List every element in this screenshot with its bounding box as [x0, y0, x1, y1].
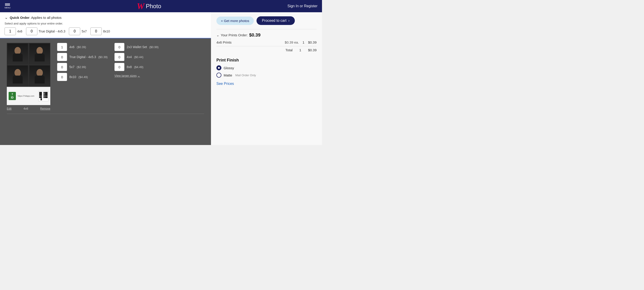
edit-link[interactable]: Edit: [7, 107, 12, 110]
person-head-3: [14, 69, 21, 76]
size-name-digital: True Digital - 4x5.3: [69, 55, 96, 59]
right-top-buttons: + Get more photos Proceed to cart ›: [216, 16, 316, 25]
quick-order-bar: ⌄ Quick Order: Applies to all photos Sel…: [0, 12, 211, 38]
photo-placeholder-2: [30, 44, 50, 64]
photo-grid: [7, 43, 50, 86]
size-options-right: 2x3 Wallet Set ($0.99) 4x4 ($0.44) 8x8 (…: [114, 43, 158, 77]
logo: W Photo: [137, 1, 161, 11]
sign-in-link[interactable]: Sign In or Register: [287, 4, 318, 8]
size-name-wallet: 2x3 Wallet Set: [127, 45, 147, 49]
size-option-4x4: 4x4 ($0.44): [114, 53, 158, 61]
total-label: Total: [285, 48, 292, 52]
quick-order-bold: Quick Order: [10, 16, 30, 20]
size-qty-5x7[interactable]: [57, 63, 67, 71]
order-line-qty: 1: [302, 40, 304, 44]
size-name-8x8: 8x8: [127, 65, 132, 69]
size-qty-4x4[interactable]: [114, 53, 124, 61]
proceed-to-cart-button[interactable]: Proceed to cart ›: [256, 16, 295, 25]
glossy-label: Glossy: [224, 66, 234, 70]
size-options-left: 4x6 ($0.39) True Digital - 4x5.3 ($0.39)…: [57, 43, 108, 81]
photo-cell-4: [29, 65, 50, 86]
photo-divider: [7, 114, 204, 114]
person-silhouette-4: [33, 69, 46, 86]
view-larger-sizes[interactable]: View larger sizes ⌄: [114, 74, 158, 77]
size-option-4x6: 4x6 ($0.39): [57, 43, 108, 51]
menu-button[interactable]: MENU: [4, 4, 11, 9]
person-head: [14, 47, 21, 54]
size-qty-wallet[interactable]: [114, 43, 124, 51]
person-silhouette-2: [33, 47, 46, 64]
qty-input-5x7[interactable]: [69, 28, 80, 35]
photo-cell-2: [29, 43, 50, 64]
size-name-5x7: 5x7: [69, 65, 74, 69]
photo-cell-1: [7, 43, 28, 64]
size-option-digital: True Digital - 4x5.3 ($0.39): [57, 53, 108, 61]
id-logo-text: ID: [11, 96, 14, 99]
photo-row: 7 ID https://7idapp.com: [7, 43, 204, 110]
size-price-wallet: ($0.99): [149, 45, 158, 49]
radio-matte[interactable]: [216, 73, 222, 78]
walgreens-w-logo: W: [137, 1, 144, 11]
quick-order-inputs: 4x6 True Digital - 4x5.3 5x7 8x10: [4, 28, 206, 35]
photo-actions: Edit 4x6 Remove: [7, 107, 50, 110]
size-price-4x6: ($0.39): [77, 45, 86, 49]
get-more-photos-button[interactable]: + Get more photos: [216, 17, 254, 25]
size-label-digital: True Digital - 4x5.3: [39, 30, 66, 33]
person-silhouette-3: [11, 69, 24, 86]
finish-option-glossy[interactable]: Glossy: [216, 65, 316, 70]
id-logo-number: 7: [12, 93, 13, 96]
size-price-5x7: ($2.99): [77, 65, 86, 69]
menu-line-3: [5, 5, 10, 6]
print-finish-title: Print Finish: [216, 58, 316, 63]
size-qty-8x8[interactable]: [114, 63, 124, 71]
person-head-4: [36, 69, 43, 76]
person-body-3: [13, 76, 23, 83]
finish-option-matte[interactable]: Matte Mail Order Only: [216, 73, 316, 78]
matte-label: Matte: [224, 73, 232, 77]
order-line-ea-price: $0.39 ea.: [285, 40, 299, 44]
person-body-4: [35, 76, 45, 83]
print-finish-section: Print Finish Glossy Matte Mail Order Onl…: [216, 58, 316, 86]
size-qty-digital[interactable]: [57, 53, 67, 61]
size-option-8x8: 8x8 ($4.49): [114, 63, 158, 71]
total-qty: 1: [299, 48, 301, 52]
order-line-name: 4x6 Prints: [216, 40, 232, 44]
size-label-5x7: 5x7: [82, 30, 87, 33]
menu-line-2: [5, 4, 10, 5]
main-layout: ⌄ Quick Order: Applies to all photos Sel…: [0, 12, 322, 145]
photo-id-strip: 7 ID https://7idapp.com: [7, 87, 50, 105]
size-label-8x10: 8x10: [103, 30, 110, 33]
see-prices-link[interactable]: See Prices: [216, 82, 234, 86]
order-summary-title: ⌄ Your Prints Order: $0.39: [216, 33, 316, 38]
menu-line-1: [5, 4, 10, 4]
qr-code: [38, 91, 48, 101]
remove-link[interactable]: Remove: [40, 107, 50, 110]
radio-glossy[interactable]: [216, 65, 222, 70]
size-name-4x4: 4x4: [127, 55, 132, 59]
size-price-digital: ($0.39): [98, 55, 108, 59]
photo-placeholder-1: [8, 44, 28, 64]
size-name-8x10: 8x10: [69, 75, 76, 79]
size-label-4x6: 4x6: [17, 30, 22, 33]
order-line-details: $0.39 ea. 1 $0.39: [285, 40, 316, 44]
size-option-wallet: 2x3 Wallet Set ($0.99): [114, 43, 158, 51]
size-price-4x4: ($0.44): [134, 55, 144, 59]
photo-preview: 7 ID https://7idapp.com: [7, 43, 50, 110]
photo-text: Photo: [146, 3, 161, 10]
quick-order-suffix: : Applies to all photos: [30, 16, 62, 20]
order-line-4x6: 4x6 Prints $0.39 ea. 1 $0.39: [216, 40, 316, 44]
qty-input-8x10[interactable]: [90, 28, 102, 35]
order-total-row: Total 1 $0.39: [216, 46, 316, 52]
size-qty-4x6[interactable]: [57, 43, 67, 51]
left-panel: ⌄ Quick Order: Applies to all photos Sel…: [0, 12, 211, 145]
chevron-down-icon: ⌄: [138, 74, 140, 77]
proceed-arrow-icon: ›: [288, 19, 289, 23]
size-price-8x8: ($4.49): [134, 65, 144, 69]
size-qty-8x10[interactable]: [57, 73, 67, 81]
quick-order-description: Select and apply options to your entire …: [4, 22, 206, 25]
qty-input-digital[interactable]: [26, 28, 38, 35]
qty-input-4x6[interactable]: [4, 28, 16, 35]
size-name-4x6: 4x6: [69, 45, 74, 49]
order-summary-label: Your Prints Order:: [221, 33, 248, 37]
quick-order-title[interactable]: ⌄ Quick Order: Applies to all photos: [4, 15, 206, 20]
